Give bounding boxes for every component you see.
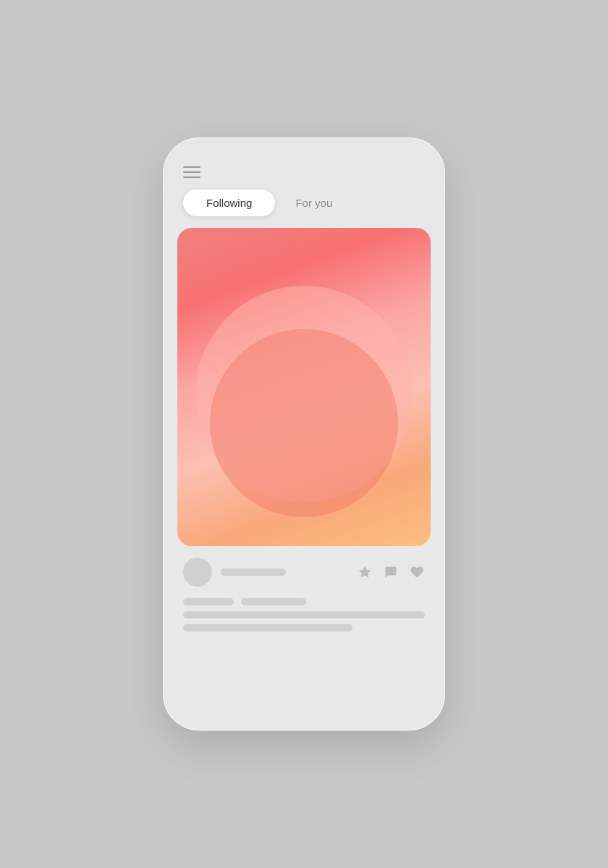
post-actions xyxy=(357,564,425,580)
post-image-gradient xyxy=(177,228,431,546)
tag-bar-1 xyxy=(183,598,234,605)
tag-bar-2 xyxy=(241,598,306,605)
post-author xyxy=(183,558,286,587)
author-name-bar xyxy=(221,569,286,576)
tab-following[interactable]: Following xyxy=(183,190,275,216)
avatar xyxy=(183,558,212,587)
hamburger-line-3 xyxy=(183,176,200,178)
phone-frame: Following For you xyxy=(163,137,445,731)
content-line-2 xyxy=(183,624,352,631)
post-content xyxy=(177,598,431,631)
post-meta xyxy=(177,558,431,587)
hamburger-line-1 xyxy=(183,166,200,168)
tags-row xyxy=(183,598,425,605)
content-line-1 xyxy=(183,611,425,618)
tab-foryou[interactable]: For you xyxy=(275,190,352,216)
heart-icon[interactable] xyxy=(409,564,425,580)
hamburger-icon[interactable] xyxy=(183,166,200,178)
bookmark-icon[interactable] xyxy=(357,564,373,580)
header-bar xyxy=(177,166,431,178)
hamburger-line-2 xyxy=(183,171,200,173)
circle-medium xyxy=(210,329,398,517)
post-image xyxy=(177,228,431,546)
tab-bar: Following For you xyxy=(177,190,431,216)
comment-icon[interactable] xyxy=(383,564,399,580)
